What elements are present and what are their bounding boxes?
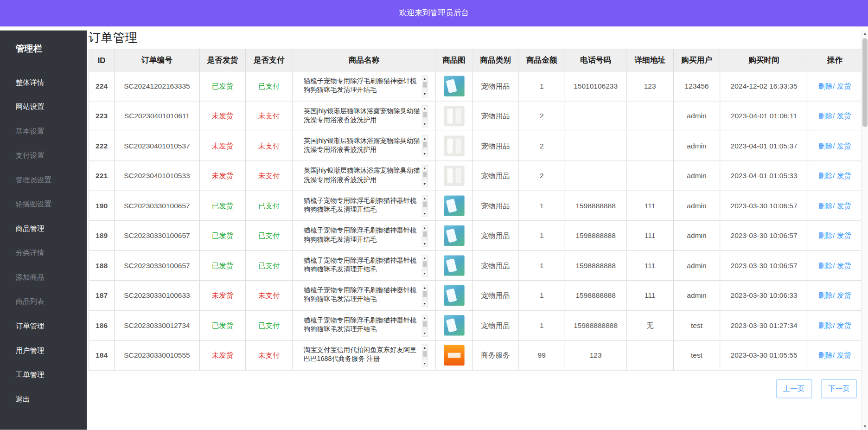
phone-number: 1598888888 (565, 250, 626, 280)
delete-link[interactable]: 删除 (818, 112, 833, 120)
product-image-cell (435, 161, 472, 191)
delete-link[interactable]: 删除 (818, 141, 833, 150)
vertical-scrollbar[interactable]: ▲ ▼ (862, 31, 868, 430)
scroll-up-icon[interactable]: ▲ (422, 255, 427, 261)
ship-link[interactable]: 发货 (837, 291, 851, 299)
sidebar-item-7[interactable]: 商品管理 (15, 218, 87, 242)
scroll-down-icon[interactable]: ▼ (422, 151, 427, 156)
scroll-down-icon[interactable]: ▼ (422, 270, 427, 276)
scroll-down-icon[interactable]: ▼ (422, 241, 427, 246)
textarea-scroll-thumb[interactable] (423, 82, 427, 87)
scroll-down-icon[interactable]: ▼ (422, 360, 427, 366)
textarea-scrollbar[interactable]: ▲ ▼ (421, 255, 428, 277)
delete-link[interactable]: 删除 (818, 261, 833, 270)
delete-link[interactable]: 删除 (818, 201, 833, 210)
sidebar-item-10[interactable]: 商品列表 (15, 291, 87, 315)
sidebar-item-6[interactable]: 轮播图设置 (15, 193, 87, 218)
scroll-down-icon[interactable]: ▼ (422, 91, 427, 96)
product-name-textarea[interactable]: 英国jhly银渐层猫咪沐浴露宠物除臭幼猫洗澡专用浴液香波洗护用 ▲ ▼ (300, 105, 428, 127)
scroll-up-icon[interactable]: ▲ (422, 135, 427, 141)
product-name-textarea[interactable]: 猫梳子宠物专用除浮毛刷撸猫神器针梳狗狗猫咪毛发清理开结毛 ▲ ▼ (300, 284, 428, 307)
textarea-scroll-thumb[interactable] (423, 351, 427, 356)
sidebar-item-2[interactable]: 网站设置 (15, 96, 87, 121)
textarea-scrollbar[interactable]: ▲ ▼ (421, 165, 428, 187)
textarea-scroll-thumb[interactable] (423, 201, 427, 207)
textarea-scrollbar[interactable]: ▲ ▼ (421, 344, 428, 366)
delete-link[interactable]: 删除 (818, 82, 833, 90)
textarea-scroll-thumb[interactable] (423, 112, 427, 117)
textarea-scrollbar[interactable]: ▲ ▼ (421, 75, 428, 97)
scroll-up-icon[interactable]: ▲ (422, 345, 427, 350)
textarea-scroll-thumb[interactable] (423, 172, 427, 177)
sidebar-item-11[interactable]: 订单管理 (15, 315, 87, 340)
ship-link[interactable]: 发货 (837, 172, 851, 180)
product-name-textarea[interactable]: 猫梳子宠物专用除浮毛刷撸猫神器针梳狗狗猫咪毛发清理开结毛 ▲ ▼ (300, 255, 428, 277)
scroll-up-icon[interactable]: ▲ (422, 285, 427, 290)
scrollbar-up-icon[interactable]: ▲ (862, 31, 868, 37)
product-name-textarea[interactable]: 英国jhly银渐层猫咪沐浴露宠物除臭幼猫洗澡专用浴液香波洗护用 ▲ ▼ (300, 165, 428, 187)
product-name-cell: 猫梳子宠物专用除浮毛刷撸猫神器针梳狗狗猫咪毛发清理开结毛 ▲ ▼ (293, 221, 435, 250)
prev-page-button[interactable]: 上一页 (776, 379, 812, 398)
textarea-scrollbar[interactable]: ▲ ▼ (421, 135, 428, 157)
scrollbar-down-icon[interactable]: ▼ (862, 423, 868, 430)
product-name-textarea[interactable]: 猫梳子宠物专用除浮毛刷撸猫神器针梳狗狗猫咪毛发清理开结毛 ▲ ▼ (300, 314, 428, 337)
sidebar-item-3[interactable]: 基本设置 (15, 120, 87, 145)
sidebar-item-1[interactable]: 整体详情 (15, 71, 87, 96)
product-name-textarea[interactable]: 英国jhly银渐层猫咪沐浴露宠物除臭幼猫洗澡专用浴液香波洗护用 ▲ ▼ (300, 135, 428, 157)
scrollbar-thumb[interactable] (862, 38, 868, 127)
next-page-button[interactable]: 下一页 (821, 379, 857, 398)
scroll-up-icon[interactable]: ▲ (422, 225, 427, 231)
scroll-up-icon[interactable]: ▲ (422, 195, 427, 201)
scroll-up-icon[interactable]: ▲ (422, 76, 427, 81)
sidebar-item-8[interactable]: 分类详情 (15, 242, 87, 267)
ship-link[interactable]: 发货 (837, 261, 851, 270)
textarea-scroll-thumb[interactable] (423, 231, 427, 237)
order-number: SC20230401010537 (115, 131, 200, 160)
address: 111 (626, 221, 673, 250)
textarea-scroll-thumb[interactable] (423, 141, 427, 147)
delete-link[interactable]: 删除 (818, 231, 833, 239)
textarea-scroll-thumb[interactable] (423, 321, 427, 327)
sidebar-item-13[interactable]: 工单管理 (15, 364, 87, 388)
top-welcome-bar: 欢迎来到管理员后台 (0, 0, 868, 26)
ship-link[interactable]: 发货 (837, 321, 851, 329)
delete-link[interactable]: 删除 (818, 321, 833, 329)
address (626, 161, 673, 191)
textarea-scrollbar[interactable]: ▲ ▼ (421, 314, 428, 337)
ship-link[interactable]: 发货 (837, 82, 851, 90)
scroll-up-icon[interactable]: ▲ (422, 105, 427, 111)
scroll-down-icon[interactable]: ▼ (422, 181, 427, 186)
product-name-textarea[interactable]: 猫梳子宠物专用除浮毛刷撸猫神器针梳狗狗猫咪毛发清理开结毛 ▲ ▼ (300, 225, 428, 247)
scroll-down-icon[interactable]: ▼ (422, 211, 427, 216)
textarea-scrollbar[interactable]: ▲ ▼ (421, 225, 428, 247)
column-header: 详细地址 (626, 49, 673, 71)
sidebar-item-9[interactable]: 添加商品 (15, 266, 87, 291)
product-name-textarea[interactable]: 淘宝支付宝信用代拍闲鱼京东好友阿里巴巴1688代商务服务 注册 ▲ ▼ (300, 344, 428, 366)
delete-link[interactable]: 删除 (818, 172, 833, 180)
scroll-down-icon[interactable]: ▼ (422, 121, 427, 127)
ship-link[interactable]: 发货 (837, 141, 851, 150)
scroll-down-icon[interactable]: ▼ (422, 330, 427, 336)
product-category: 宠物用品 (472, 191, 518, 220)
product-name-textarea[interactable]: 猫梳子宠物专用除浮毛刷撸猫神器针梳狗狗猫咪毛发清理开结毛 ▲ ▼ (300, 195, 428, 217)
product-name-textarea[interactable]: 猫梳子宠物专用除浮毛刷撸猫神器针梳狗狗猫咪毛发清理开结毛 ▲ ▼ (300, 75, 428, 97)
textarea-scrollbar[interactable]: ▲ ▼ (421, 105, 428, 127)
sidebar-item-4[interactable]: 支付设置 (15, 145, 87, 169)
ship-link[interactable]: 发货 (837, 201, 851, 210)
scroll-up-icon[interactable]: ▲ (422, 315, 427, 321)
delete-link[interactable]: 删除 (818, 351, 833, 359)
sidebar-item-14[interactable]: 退出 (15, 388, 87, 413)
sidebar-item-12[interactable]: 用户管理 (15, 340, 87, 364)
ship-link[interactable]: 发货 (837, 351, 851, 359)
ship-link[interactable]: 发货 (837, 231, 851, 239)
textarea-scroll-thumb[interactable] (423, 261, 427, 267)
scroll-up-icon[interactable]: ▲ (422, 165, 427, 171)
address: 111 (626, 281, 673, 310)
textarea-scrollbar[interactable]: ▲ ▼ (421, 195, 428, 217)
scroll-down-icon[interactable]: ▼ (422, 301, 427, 306)
textarea-scrollbar[interactable]: ▲ ▼ (421, 284, 428, 307)
sidebar-item-5[interactable]: 管理员设置 (15, 169, 87, 193)
delete-link[interactable]: 删除 (818, 291, 833, 299)
textarea-scroll-thumb[interactable] (423, 291, 427, 296)
ship-link[interactable]: 发货 (837, 112, 851, 120)
